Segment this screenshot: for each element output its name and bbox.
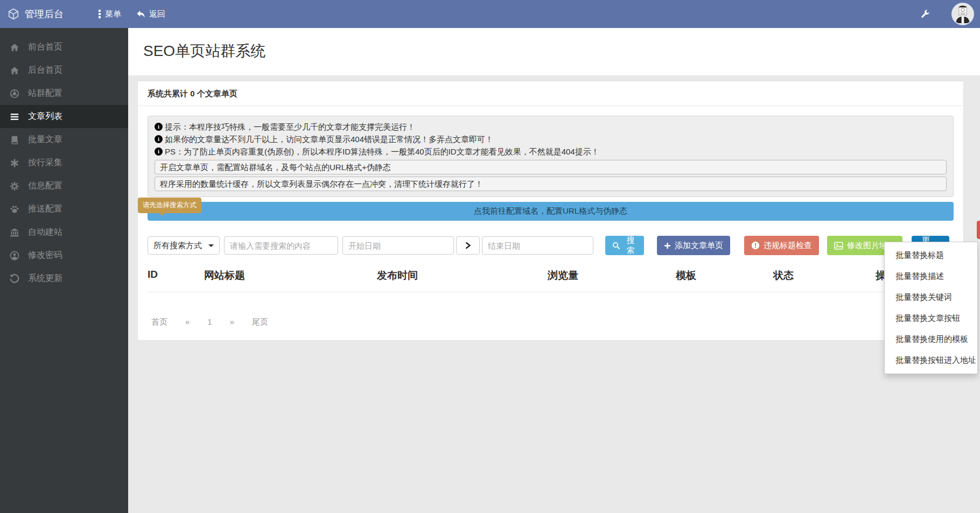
search-keyword-input[interactable] [224,236,338,255]
search-icon [612,242,620,250]
dropdown-item-replace-description[interactable]: 批量替换描述 [885,266,977,287]
globe-icon [9,88,20,99]
brand-title: 管理后台 [25,8,64,20]
table-header-row: ID 网站标题 发布时间 浏览量 模板 状态 操作 [148,269,954,292]
sidebar-item-label: 前台首页 [28,41,62,53]
refresh-icon [9,273,20,284]
sidebar-item-label: 修改密码 [28,250,62,261]
pagination-first[interactable]: 首页 [151,317,167,327]
pagination-last[interactable]: 尾页 [252,317,268,327]
date-range-separator [456,236,480,255]
sidebar-item-batch-articles[interactable]: 批量文章 [0,128,128,151]
info-icon: i [155,135,163,143]
info-icon: i [155,147,163,156]
sidebar-item-label: 信息配置 [28,180,62,192]
sidebar-item-system-update[interactable]: 系统更新 [0,267,128,290]
dropdown-item-replace-button-url[interactable]: 批量替换按钮进入地址 [885,350,977,371]
sidebar-item-auto-build[interactable]: 自动建站 [0,221,128,244]
search-mode-value: 所有搜索方式 [153,241,202,251]
search-mode-select[interactable]: 所有搜索方式 [148,236,220,255]
add-article-button[interactable]: 添加文章单页 [657,236,730,255]
tip-text: 提示：本程序技巧特殊，一般需要至少几千的文章才能支撑完美运行！ [165,121,415,133]
sidebar-item-article-list[interactable]: 文章列表 [0,105,128,128]
sidebar-item-line-collect[interactable]: 按行采集 [0,151,128,174]
image-icon [834,242,843,250]
configure-domain-banner[interactable]: 点我前往配置域名，配置URL格式与伪静态 [148,202,954,221]
sidebar-item-label: 站群配置 [28,88,62,99]
sidebar-item-info-config[interactable]: 信息配置 [0,174,128,198]
vertical-dots-icon [98,10,101,18]
back-label: 返回 [149,9,165,19]
sidebar-item-label: 推送配置 [28,203,62,215]
menu-toggle[interactable]: 菜单 [98,9,121,19]
back-arrow-icon [136,10,145,18]
sidebar-item-change-password[interactable]: 修改密码 [0,244,128,267]
sidebar: 前台首页 后台首页 站群配置 文章列表 批量文章 按行采集 信息配置 推送配置 [0,28,128,513]
search-mode-tooltip: 请先选择搜索方式 [138,198,201,213]
column-header-title: 网站标题 [204,269,377,283]
sidebar-item-label: 自动建站 [28,227,62,238]
tip-line: i 如果你的文章量达不到几千以上，访问文章单页显示404错误是正常情况！多弄点文… [155,133,947,145]
tip-note-box: 程序采用的数量统计缓存，所以文章列表显示偶尔存在一点冲突，清理下统计缓存就行了！ [155,177,947,191]
tip-note-box: 开启文章单页，需配置站群域名，及每个站点的URL格式+伪静态 [155,160,947,174]
dropdown-item-replace-template[interactable]: 批量替换使用的模板 [885,329,977,350]
sidebar-item-admin-home[interactable]: 后台首页 [0,59,128,82]
page-header: SEO单页站群系统 [128,28,980,75]
pagination-page-1[interactable]: 1 [207,317,212,327]
tips-box: i 提示：本程序技巧特殊，一般需要至少几千的文章才能支撑完美运行！ i 如果你的… [148,116,954,197]
sidebar-item-label: 按行采集 [28,157,62,168]
info-icon: i [155,123,163,131]
overflow-button-sliver[interactable] [977,221,980,239]
tip-line: i 提示：本程序技巧特殊，一般需要至少几千的文章才能支撑完美运行！ [155,121,947,133]
book-icon [9,135,20,145]
gear-icon [9,181,20,192]
sidebar-item-label: 系统更新 [28,273,62,284]
sidebar-item-label: 批量文章 [28,134,62,145]
exclamation-circle-icon [751,241,760,250]
main-content: SEO单页站群系统 系统共累计 0 个文章单页 i 提示：本程序技巧特殊，一般需… [128,28,980,513]
title-check-button[interactable]: 违规标题检查 [744,236,819,255]
column-header-template: 模板 [676,269,773,283]
asterisk-icon [9,158,20,168]
page-title: SEO单页站群系统 [143,41,980,61]
plus-icon [664,242,671,249]
search-toolbar: 所有搜索方式 搜索 添加文章单页 [148,236,954,255]
article-panel: 系统共累计 0 个文章单页 i 提示：本程序技巧特殊，一般需要至少几千的文章才能… [137,81,964,341]
end-date-input[interactable] [482,236,593,255]
chevron-right-icon [465,242,471,249]
sidebar-item-label: 后台首页 [28,65,62,76]
pagination-prev[interactable]: « [185,317,190,327]
list-icon [9,111,20,122]
pagination: 首页 « 1 » 尾页 [148,317,954,331]
home-icon [9,65,20,76]
column-header-views: 浏览量 [548,269,676,283]
top-navbar: 管理后台 菜单 返回 [0,0,980,28]
search-button[interactable]: 搜索 [605,236,644,255]
sidebar-item-label: 文章列表 [28,111,62,122]
home-icon [9,42,20,53]
brand[interactable]: 管理后台 [8,8,64,20]
wrench-icon[interactable] [920,9,930,19]
dropdown-item-replace-article-button[interactable]: 批量替换文章按钮 [885,308,977,329]
user-circle-icon [9,250,20,261]
sidebar-item-front-home[interactable]: 前台首页 [0,36,128,59]
tooltip-arrow [159,213,165,216]
start-date-input[interactable] [342,236,454,255]
more-dropdown-menu: 批量替换标题 批量替换描述 批量替换关键词 批量替换文章按钮 批量替换使用的模板… [884,242,978,374]
tip-line: i PS：为了防止单页内容重复(伪原创)，所以本程序ID算法特殊，一般第40页后… [155,145,947,158]
sidebar-item-cluster-config[interactable]: 站群配置 [0,82,128,105]
column-header-id: ID [148,269,204,283]
cube-logo-icon [8,8,19,20]
dropdown-item-replace-title[interactable]: 批量替换标题 [885,245,977,266]
chevron-down-icon [208,244,214,247]
pagination-next[interactable]: » [230,317,234,327]
bank-icon [9,227,20,238]
back-link[interactable]: 返回 [136,9,165,19]
tip-text: 如果你的文章量达不到几千以上，访问文章单页显示404错误是正常情况！多弄点文章即… [165,133,493,145]
column-header-publish-time: 发布时间 [377,269,548,283]
stat-bar: 系统共累计 0 个文章单页 [138,81,963,106]
sidebar-item-push-config[interactable]: 推送配置 [0,198,128,221]
menu-label: 菜单 [105,9,121,19]
dropdown-item-replace-keywords[interactable]: 批量替换关键词 [885,287,977,308]
avatar[interactable] [951,3,974,25]
